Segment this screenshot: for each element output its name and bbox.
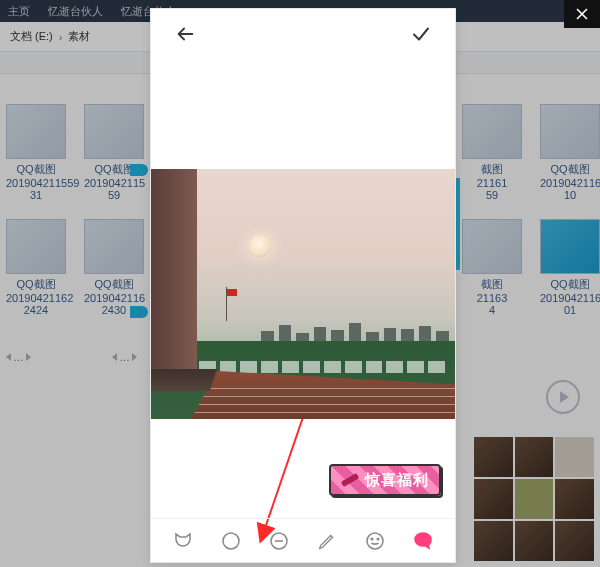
confirm-button[interactable] — [407, 20, 435, 48]
lipstick-icon — [341, 473, 360, 487]
editor-canvas[interactable] — [151, 169, 455, 419]
back-button[interactable] — [171, 20, 199, 48]
tool-time-button[interactable] — [262, 524, 296, 558]
tool-face-button[interactable] — [358, 524, 392, 558]
svg-point-5 — [377, 538, 379, 540]
clock-minus-icon — [267, 529, 291, 553]
flag-icon — [223, 287, 227, 321]
cat-icon — [171, 529, 195, 553]
sun-icon — [249, 235, 271, 257]
promo-badge[interactable]: 惊喜福利 — [329, 464, 441, 496]
circle-icon — [219, 529, 243, 553]
svg-point-1 — [223, 533, 239, 549]
pen-icon — [316, 530, 338, 552]
editor-header — [151, 9, 455, 59]
check-icon — [409, 22, 433, 46]
svg-point-4 — [371, 538, 373, 540]
tool-bubble-button[interactable] — [406, 524, 440, 558]
close-icon — [575, 7, 589, 21]
editor-canvas-top-margin — [151, 59, 455, 169]
speech-bubble-icon — [411, 529, 435, 553]
promo-text: 惊喜福利 — [365, 471, 429, 490]
arrow-left-icon — [174, 23, 196, 45]
editor-bottom-area: 惊喜福利 — [151, 419, 455, 562]
close-button[interactable] — [564, 0, 600, 28]
tool-pen-button[interactable] — [310, 524, 344, 558]
editor-toolbar — [151, 518, 455, 562]
tool-circle-button[interactable] — [214, 524, 248, 558]
photo-editor-panel: 惊喜福利 — [150, 8, 456, 563]
city-skyline — [261, 317, 449, 341]
svg-point-3 — [367, 533, 383, 549]
smile-icon — [363, 529, 387, 553]
tool-cat-button[interactable] — [166, 524, 200, 558]
